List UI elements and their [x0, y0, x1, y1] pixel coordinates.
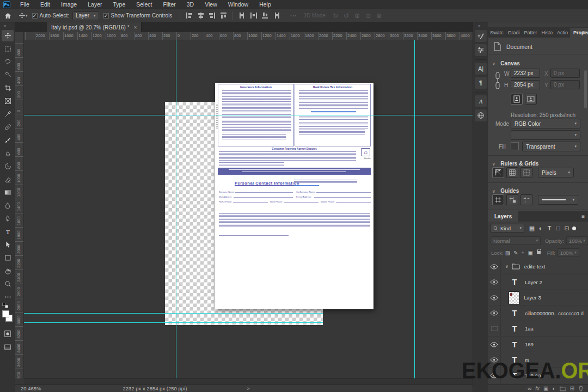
crop-tool[interactable]: [2, 82, 14, 94]
layer-visibility-eye-icon[interactable]: [488, 305, 501, 321]
menu-window[interactable]: Window: [223, 0, 254, 9]
text-layer-thumbnail[interactable]: T: [509, 324, 520, 333]
color-mode-dropdown[interactable]: RGB Color▾: [511, 119, 580, 128]
properties-scrollbar[interactable]: [584, 70, 587, 108]
new-layer-icon[interactable]: ⊞: [570, 386, 574, 391]
bit-depth-dropdown[interactable]: ▾: [511, 130, 580, 140]
link-dimensions-icon[interactable]: [495, 71, 500, 90]
lock-all-icon[interactable]: [537, 251, 541, 254]
layer-row[interactable]: ∨edite text: [488, 259, 588, 274]
hand-tool[interactable]: [2, 265, 14, 277]
layer-row[interactable]: T1aa: [488, 321, 588, 336]
menu-select[interactable]: Select: [131, 0, 157, 9]
eyedropper-tool[interactable]: [2, 108, 14, 120]
orientation-landscape-button[interactable]: [525, 94, 537, 105]
layer-visibility-eye-icon[interactable]: [488, 274, 501, 290]
distribute-left-icon[interactable]: [238, 13, 246, 19]
text-layer-thumbnail[interactable]: T: [509, 309, 520, 317]
layer-row[interactable]: Layer 3: [488, 290, 588, 305]
tab-patterns[interactable]: Patter: [522, 28, 540, 38]
guide-vertical-1[interactable]: [176, 40, 176, 378]
tab-gradients[interactable]: Gradi: [506, 28, 522, 38]
menu-image[interactable]: Image: [56, 0, 82, 9]
document-page[interactable]: Insurance Information Real Estate Tax In…: [215, 83, 373, 309]
panel-menu-icon[interactable]: ≡: [582, 29, 585, 35]
distribute-center-icon[interactable]: [250, 13, 257, 19]
eraser-tool[interactable]: [2, 174, 14, 185]
menu-view[interactable]: View: [199, 0, 223, 9]
zoom-level[interactable]: 20.465%: [21, 385, 41, 391]
healing-brush-tool[interactable]: [2, 121, 14, 133]
layer-visibility-eye-icon[interactable]: [488, 337, 501, 352]
foreground-color-swatch[interactable]: [2, 310, 9, 317]
vertical-ruler[interactable]: 8006004002000200400600800100012001400160…: [15, 40, 24, 378]
ruler-units-dropdown[interactable]: Pixels▾: [538, 168, 574, 177]
screen-mode-icon[interactable]: [3, 342, 13, 351]
layer-visibility-eye-icon[interactable]: [488, 259, 501, 274]
path-selection-tool[interactable]: [2, 239, 14, 250]
distribute-bottom-icon[interactable]: [261, 13, 268, 19]
height-field[interactable]: 2854 px: [511, 80, 540, 89]
filter-shape-layers-icon[interactable]: □: [554, 225, 562, 231]
horizontal-ruler[interactable]: 2000180016001400120010008006004002000200…: [24, 32, 473, 40]
menu-edit[interactable]: Edit: [35, 0, 56, 9]
distribute-right-icon[interactable]: [273, 13, 280, 19]
foreground-background-colors[interactable]: [2, 310, 13, 324]
text-layer-thumbnail[interactable]: T: [509, 340, 520, 349]
toggle-guides-button[interactable]: [492, 194, 504, 205]
canvas-viewport[interactable]: Insurance Information Real Estate Tax In…: [24, 40, 473, 378]
toggle-rulers-button[interactable]: [492, 167, 504, 178]
filter-smart-objects-icon[interactable]: ⊡: [562, 225, 571, 232]
brush-tool[interactable]: [2, 134, 14, 146]
dock-collapse-icon[interactable]: »: [478, 23, 480, 28]
guide-horizontal-3[interactable]: [24, 322, 323, 323]
menu-type[interactable]: Type: [107, 0, 131, 9]
photoshop-logo-icon[interactable]: Ps: [3, 1, 10, 8]
menu-layer[interactable]: Layer: [82, 0, 107, 9]
fill-dropdown[interactable]: Transparent▾: [522, 142, 580, 151]
layer-name[interactable]: 1aa: [525, 326, 534, 332]
quick-mask-icon[interactable]: [3, 329, 13, 338]
pen-tool[interactable]: [2, 213, 14, 224]
add-mask-icon[interactable]: ▣: [543, 386, 548, 391]
toggle-grid-button[interactable]: [506, 167, 518, 178]
orientation-portrait-button[interactable]: [511, 94, 523, 105]
tab-actions[interactable]: Actio: [555, 28, 570, 38]
lasso-tool[interactable]: [2, 56, 14, 68]
tab-layers[interactable]: Layers: [488, 211, 518, 222]
lock-transparency-icon[interactable]: ▨: [505, 250, 510, 256]
object-selection-tool[interactable]: [2, 69, 14, 81]
tab-close-icon[interactable]: ×: [134, 24, 137, 30]
layer-name[interactable]: edite text: [524, 264, 546, 270]
lock-artboard-icon[interactable]: ▣: [528, 250, 532, 256]
menu-file[interactable]: File: [15, 0, 35, 9]
menu-3d[interactable]: 3D: [181, 0, 199, 9]
auto-select-checkbox[interactable]: ✓: [32, 13, 38, 19]
marquee-tool[interactable]: [2, 43, 14, 54]
document-tab[interactable]: Italy id.psd @ 20.7% (RGB/16) * ×: [47, 22, 142, 32]
layers-menu-icon[interactable]: ≡: [581, 213, 585, 219]
filter-pixel-layers-icon[interactable]: ▦: [528, 225, 536, 232]
tab-history[interactable]: Histo: [540, 28, 555, 38]
filter-kind-dropdown[interactable]: Kind▾: [491, 224, 524, 232]
move-tool[interactable]: [2, 30, 14, 41]
lock-pixels-icon[interactable]: ✎: [513, 250, 518, 256]
tab-properties[interactable]: Properties: [570, 28, 588, 38]
align-top-edges-icon[interactable]: [220, 13, 227, 19]
width-field[interactable]: 2232 px: [511, 69, 540, 78]
character-panel-icon[interactable]: A|: [475, 63, 487, 75]
layer-row[interactable]: Tcilla0000000...ccccccc0 d: [488, 306, 588, 321]
gradient-tool[interactable]: [2, 187, 14, 198]
move-tool-caret-icon[interactable]: ▾: [26, 14, 28, 18]
align-centers-h-icon[interactable]: [197, 13, 204, 19]
layer-name[interactable]: 169: [525, 341, 534, 347]
status-caret-icon[interactable]: >: [247, 385, 250, 391]
guide-vertical-2[interactable]: [414, 40, 415, 378]
lock-position-icon[interactable]: +: [522, 250, 525, 256]
horizontal-scrollbar[interactable]: [24, 378, 473, 384]
type-tool[interactable]: T: [2, 226, 14, 237]
filter-toggle-icon[interactable]: [572, 226, 576, 230]
group-expand-icon[interactable]: ∨: [505, 264, 509, 269]
layer-style-icon[interactable]: fx: [535, 386, 540, 391]
frame-tool[interactable]: [2, 95, 14, 107]
